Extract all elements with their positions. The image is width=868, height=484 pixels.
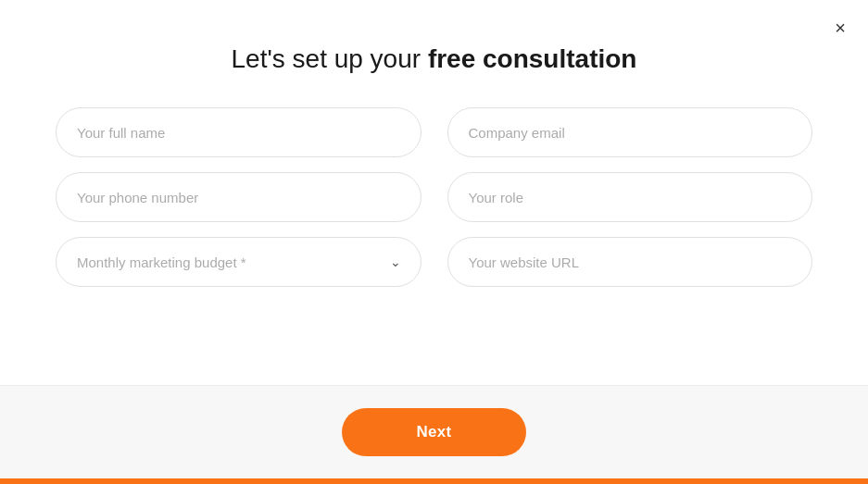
title-normal: Let's set up your	[232, 44, 428, 73]
company-email-input[interactable]	[447, 107, 813, 157]
budget-select[interactable]: Monthly marketing budget * Less than $1,…	[56, 237, 421, 287]
full-name-field-wrapper	[56, 107, 421, 157]
role-input[interactable]	[447, 172, 813, 222]
modal-body: Let's set up your free consultation Mont…	[0, 0, 868, 385]
full-name-input[interactable]	[56, 107, 421, 157]
website-field-wrapper	[447, 237, 813, 287]
phone-field-wrapper	[56, 172, 421, 222]
form-grid: Monthly marketing budget * Less than $1,…	[56, 107, 812, 287]
close-button[interactable]: ×	[831, 15, 849, 41]
company-email-field-wrapper	[447, 107, 813, 157]
close-icon: ×	[835, 19, 846, 37]
title-bold: free consultation	[428, 44, 637, 73]
page-title: Let's set up your free consultation	[232, 44, 637, 74]
bottom-accent-bar	[0, 478, 868, 484]
website-input[interactable]	[447, 237, 813, 287]
modal: × Let's set up your free consultation	[0, 0, 868, 484]
phone-input[interactable]	[56, 172, 421, 222]
next-button-label: Next	[416, 423, 451, 441]
next-button[interactable]: Next	[342, 408, 525, 456]
modal-footer: Next	[0, 385, 868, 478]
budget-field-wrapper: Monthly marketing budget * Less than $1,…	[56, 237, 421, 287]
role-field-wrapper	[447, 172, 813, 222]
